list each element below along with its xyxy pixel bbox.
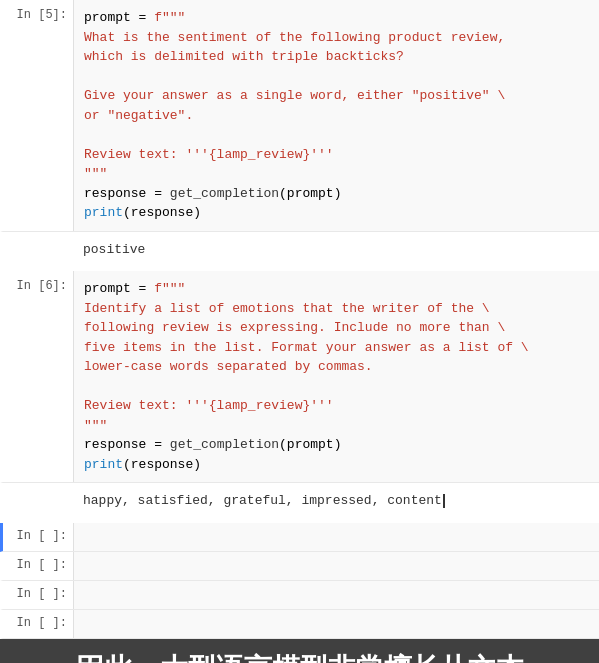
empty-cell-1[interactable]: In [ ]: [0, 523, 599, 552]
empty-cell-1-body[interactable] [73, 523, 599, 551]
cell-5-code[interactable]: In [5]: prompt = f""" What is the sentim… [0, 0, 599, 232]
cell-5-output: positive [0, 232, 599, 272]
empty-cell-2-body[interactable] [73, 552, 599, 580]
cell-6-output: happy, satisfied, grateful, impressed, c… [0, 483, 599, 523]
empty-cell-4-body[interactable] [73, 610, 599, 638]
cell-6-label: In [6]: [3, 271, 73, 482]
cell-5-output-content: positive [73, 232, 599, 272]
empty-cell-4-label: In [ ]: [3, 610, 73, 638]
empty-cell-3-body[interactable] [73, 581, 599, 609]
cell-6-output-text: happy, satisfied, grateful, impressed, c… [83, 487, 589, 515]
notebook: In [5]: prompt = f""" What is the sentim… [0, 0, 599, 663]
empty-cell-3-label: In [ ]: [3, 581, 73, 609]
empty-cell-4[interactable]: In [ ]: [0, 610, 599, 639]
cell-6-output-label [3, 483, 73, 523]
empty-cell-2-label: In [ ]: [3, 552, 73, 580]
empty-cell-2[interactable]: In [ ]: [0, 552, 599, 581]
cell-6-output-content: happy, satisfied, grateful, impressed, c… [73, 483, 599, 523]
cell-6-content: prompt = f""" Identify a list of emotion… [73, 271, 599, 482]
cell-5-output-label [3, 232, 73, 272]
overlay-banner: 因此，大型语言模型非常擅长从文本 中提取特定的东西 CSDN @Satellit… [0, 639, 599, 664]
cell-5-label: In [5]: [3, 0, 73, 231]
overlay-line1: 因此，大型语言模型非常擅长从文本 [12, 649, 587, 664]
cell-5-output-text: positive [83, 236, 589, 264]
cell-5-content: prompt = f""" What is the sentiment of t… [73, 0, 599, 231]
cell-6-code[interactable]: In [6]: prompt = f""" Identify a list of… [0, 271, 599, 483]
empty-cell-3[interactable]: In [ ]: [0, 581, 599, 610]
empty-cell-1-label: In [ ]: [3, 523, 73, 551]
